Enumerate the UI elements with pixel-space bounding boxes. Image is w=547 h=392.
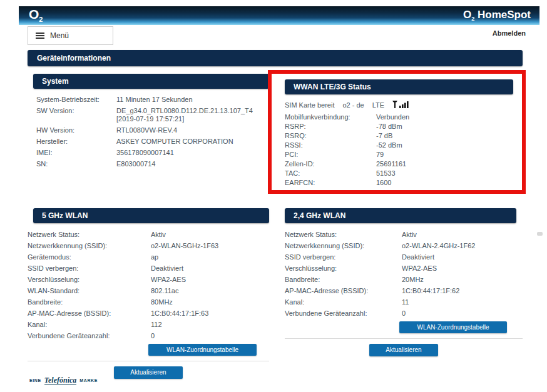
info-value: 51533 xyxy=(376,169,522,178)
info-row: Netzwerkkennung (SSID):o2-WLAN-5GHz-1F63 xyxy=(28,242,269,250)
network-type-label: LTE xyxy=(372,101,384,109)
telefonica-brand-logo: EINE Telefónica MARKE xyxy=(29,376,98,384)
info-label: SW Version: xyxy=(36,107,116,123)
wlan24-rows: Netzwerk Status:AktivNetzwerkkennung (SS… xyxy=(285,231,523,318)
info-row: EARFCN:1600 xyxy=(285,179,522,187)
info-row: Bandbreite:80MHz xyxy=(28,298,269,306)
info-label: Kanal: xyxy=(28,321,151,329)
info-value: 802.11ac xyxy=(151,287,269,295)
info-row: RSRQ:-7 dB xyxy=(285,132,522,140)
info-row: AP-MAC-Adresse (BSSID):1C:B0:44:17:1F:62 xyxy=(285,287,523,295)
highlight-rectangle: WWAN LTE/3G Status SIM Karte bereit o2 -… xyxy=(268,70,526,194)
info-row: TAC:51533 xyxy=(285,169,522,178)
info-label: Kanal: xyxy=(285,298,402,306)
info-value: DE_g34.0_RTL0080.D112.DE.21.13.107_T4 [2… xyxy=(116,107,269,123)
divider xyxy=(285,338,523,339)
info-row: Verschlüsselung:WPA2-AES xyxy=(285,264,523,273)
info-label: SN: xyxy=(36,160,116,168)
info-label: TAC: xyxy=(285,169,376,178)
header-band: O2 O2 HomeSpot xyxy=(19,6,539,25)
info-value: 79 xyxy=(376,151,522,159)
info-value: 356178090007141 xyxy=(116,149,269,157)
info-label: Zellen-ID: xyxy=(285,160,376,168)
page-title: Geräteinformationen xyxy=(28,50,523,66)
info-value: 1600 xyxy=(376,179,522,187)
info-value: RTL0080VW-REV.4 xyxy=(116,126,269,134)
divider xyxy=(28,361,269,361)
info-row: Hersteller:ASKEY COMPUTER CORPORATION xyxy=(36,138,269,146)
section-wwan: WWAN LTE/3G Status SIM Karte bereit o2 -… xyxy=(272,74,522,187)
info-row: SW Version:DE_g34.0_RTL0080.D112.DE.21.1… xyxy=(36,107,269,123)
info-label: Bandbreite: xyxy=(28,298,151,306)
info-label: Gerätemodus: xyxy=(28,253,151,261)
info-value: -7 dB xyxy=(376,132,522,140)
info-row: Gerätemodus:ap xyxy=(28,253,269,261)
info-label: Verbundene Geräteanzahl: xyxy=(28,332,151,340)
info-label: HW Version: xyxy=(36,126,116,134)
info-row: SSID verbergen:Deaktiviert xyxy=(285,253,523,261)
section-system: System System-Betriebszeit:11 Minuten 17… xyxy=(33,74,269,171)
info-row: RSSI:-52 dBm xyxy=(285,141,522,149)
info-label: Netzwerkkennung (SSID): xyxy=(285,242,402,250)
hamburger-icon xyxy=(36,33,44,39)
info-label: Verschlüsselung: xyxy=(28,276,151,284)
info-label: Bandbreite: xyxy=(285,276,402,284)
info-value: Verbunden xyxy=(376,113,522,121)
section-wlan-5ghz: 5 GHz WLAN Netzwerk Status:AktivNetzwerk… xyxy=(28,208,269,379)
info-row: IMEI:356178090007141 xyxy=(36,149,269,157)
info-label: Netzwerk Status: xyxy=(285,231,402,239)
info-value: ap xyxy=(151,253,269,261)
wlan24-mapping-table-button[interactable]: WLAN-Zuordnungstabelle xyxy=(399,321,507,333)
info-label: System-Betriebszeit: xyxy=(36,96,116,104)
info-label: SSID verbergen: xyxy=(28,264,151,273)
info-row: SSID verbergen:Deaktiviert xyxy=(28,264,269,273)
wlan5-rows: Netzwerk Status:AktivNetzwerkkennung (SS… xyxy=(28,231,269,340)
info-label: WLAN-Standard: xyxy=(28,287,151,295)
info-label: Verbundene Geräteanzahl: xyxy=(285,309,402,318)
info-label: RSRP: xyxy=(285,123,376,131)
info-label: AP-MAC-Adresse (BSSID): xyxy=(28,309,151,318)
info-row: Verbundene Geräteanzahl:0 xyxy=(285,309,523,318)
info-value: Aktiv xyxy=(151,231,269,239)
info-label: Verschlüsselung: xyxy=(285,264,402,273)
info-row: Kanal:112 xyxy=(28,321,269,329)
section-header-wlan-24ghz: 2,4 GHz WLAN xyxy=(285,208,516,223)
info-row: HW Version:RTL0080VW-REV.4 xyxy=(36,126,269,134)
logout-link[interactable]: Abmelden xyxy=(463,29,526,37)
wlan5-refresh-button[interactable]: Aktualisieren xyxy=(114,366,183,379)
info-value: E803000714 xyxy=(116,160,269,168)
info-value: 20MHz xyxy=(402,276,523,284)
wlan24-refresh-button[interactable]: Aktualisieren xyxy=(369,344,438,356)
info-value: 11 Minuten 17 Sekunden xyxy=(116,96,269,104)
info-value: 25691161 xyxy=(376,160,522,168)
info-value: Deaktiviert xyxy=(402,253,523,261)
info-value: 0 xyxy=(402,309,523,318)
info-row: AP-MAC-Adresse (BSSID):1C:B0:44:17:1F:63 xyxy=(28,309,269,318)
info-value: WPA2-AES xyxy=(402,264,523,273)
info-row: Bandbreite:20MHz xyxy=(285,276,523,284)
o2-logo: O2 xyxy=(29,8,43,23)
info-value: -78 dBm xyxy=(376,123,522,131)
sim-status-line: SIM Karte bereit o2 - de LTE xyxy=(285,100,522,110)
info-value: Aktiv xyxy=(402,231,523,239)
info-row: System-Betriebszeit:11 Minuten 17 Sekund… xyxy=(36,96,269,104)
info-row: Netzwerk Status:Aktiv xyxy=(285,231,523,239)
info-row: SN:E803000714 xyxy=(36,160,269,168)
info-label: PCI: xyxy=(285,151,376,159)
section-header-system: System xyxy=(33,74,269,89)
brand-name: Telefónica xyxy=(44,376,77,384)
info-value: WPA2-AES xyxy=(151,276,269,284)
wlan5-mapping-table-button[interactable]: WLAN-Zuordnungstabelle xyxy=(148,344,257,356)
info-value: 1C:B0:44:17:1F:63 xyxy=(151,309,269,318)
info-value: o2-WLAN-5GHz-1F63 xyxy=(151,242,269,250)
info-row: Zellen-ID:25691161 xyxy=(285,160,522,168)
brand-suffix: MARKE xyxy=(79,378,98,383)
scrollbar-thumb[interactable] xyxy=(537,232,543,236)
info-label: Netzwerk Status: xyxy=(28,231,151,239)
info-row: WLAN-Standard:802.11ac xyxy=(28,287,269,295)
sim-status-text: SIM Karte bereit xyxy=(285,101,334,109)
info-row: Netzwerkkennung (SSID):o2-WLAN-2.4GHz-1F… xyxy=(285,242,523,250)
menu-button[interactable]: Menü xyxy=(28,26,113,45)
info-label: AP-MAC-Adresse (BSSID): xyxy=(285,287,402,295)
menu-button-label: Menü xyxy=(50,31,69,40)
